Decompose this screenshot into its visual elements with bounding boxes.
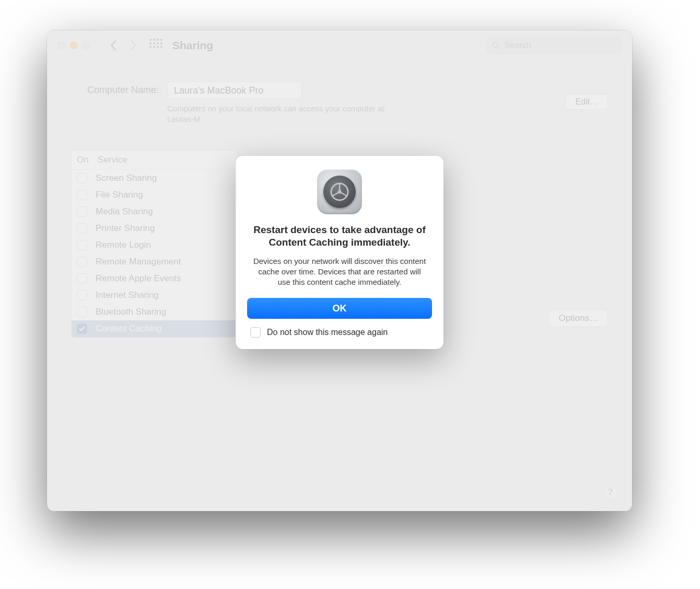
show-all-icon[interactable] xyxy=(149,39,163,52)
service-row[interactable]: Bluetooth Sharing xyxy=(72,304,238,320)
services-table: On Service Screen SharingFile SharingMed… xyxy=(71,150,238,338)
dialog-title: Restart devices to take advantage of Con… xyxy=(247,224,432,249)
service-row[interactable]: Printer Sharing xyxy=(72,220,238,237)
service-label: Media Sharing xyxy=(96,206,153,217)
system-preferences-icon xyxy=(317,169,362,214)
service-checkbox[interactable] xyxy=(77,190,87,200)
minimize-icon[interactable] xyxy=(70,42,77,49)
page-title: Sharing xyxy=(172,39,213,52)
restart-dialog: Restart devices to take advantage of Con… xyxy=(236,156,444,349)
service-checkbox[interactable] xyxy=(77,257,87,267)
service-row[interactable]: Remote Management xyxy=(72,253,238,270)
service-label: Internet Sharing xyxy=(96,290,159,301)
gear-icon xyxy=(327,179,352,204)
back-button[interactable] xyxy=(104,37,122,54)
service-checkbox[interactable] xyxy=(77,290,87,301)
traffic-lights xyxy=(57,42,90,49)
computer-name-field[interactable] xyxy=(167,82,302,99)
header-on: On xyxy=(77,155,98,165)
titlebar: Sharing Search xyxy=(47,30,632,61)
service-row[interactable]: File Sharing xyxy=(72,187,238,203)
ok-button[interactable]: OK xyxy=(247,298,432,319)
service-checkbox[interactable] xyxy=(77,173,87,183)
service-label: Screen Sharing xyxy=(96,173,157,183)
search-input[interactable]: Search xyxy=(486,37,622,54)
service-label: Bluetooth Sharing xyxy=(96,307,166,317)
service-label: Printer Sharing xyxy=(96,223,155,234)
service-checkbox[interactable] xyxy=(77,324,87,334)
service-row[interactable]: Media Sharing xyxy=(72,203,238,220)
service-row[interactable]: Screen Sharing xyxy=(72,170,238,187)
search-placeholder: Search xyxy=(505,41,531,50)
computer-name-label: Computer Name: xyxy=(71,82,159,96)
service-row[interactable]: Content Caching xyxy=(72,320,238,337)
help-button[interactable]: ? xyxy=(603,485,617,500)
service-label: Remote Management xyxy=(96,257,181,267)
do-not-show-checkbox[interactable] xyxy=(250,327,261,338)
service-checkbox[interactable] xyxy=(77,223,87,234)
service-label: Remote Login xyxy=(96,240,151,250)
options-button[interactable]: Options… xyxy=(549,309,608,327)
service-checkbox[interactable] xyxy=(77,206,87,217)
service-checkbox[interactable] xyxy=(77,240,87,250)
zoom-icon[interactable] xyxy=(83,42,90,49)
header-service: Service xyxy=(98,155,127,165)
service-row[interactable]: Remote Apple Events xyxy=(72,270,238,287)
service-label: Remote Apple Events xyxy=(96,273,181,284)
service-checkbox[interactable] xyxy=(77,307,87,317)
service-label: File Sharing xyxy=(96,190,143,200)
dialog-body: Devices on your network will discover th… xyxy=(247,256,432,288)
svg-point-4 xyxy=(338,190,342,194)
search-icon xyxy=(492,41,500,50)
hint-line1: Computers on your local network can acce… xyxy=(167,103,546,114)
service-row[interactable]: Remote Login xyxy=(72,237,238,253)
service-checkbox[interactable] xyxy=(77,273,87,284)
preferences-window: Sharing Search Computer Name: Computers … xyxy=(47,30,632,511)
close-icon[interactable] xyxy=(57,42,65,49)
hint-line2: Lauras-M xyxy=(167,114,546,124)
forward-button[interactable] xyxy=(124,37,142,54)
do-not-show-label: Do not show this message again xyxy=(267,328,388,337)
edit-button[interactable]: Edit… xyxy=(565,94,608,110)
service-label: Content Caching xyxy=(96,324,162,334)
service-row[interactable]: Internet Sharing xyxy=(72,287,238,304)
